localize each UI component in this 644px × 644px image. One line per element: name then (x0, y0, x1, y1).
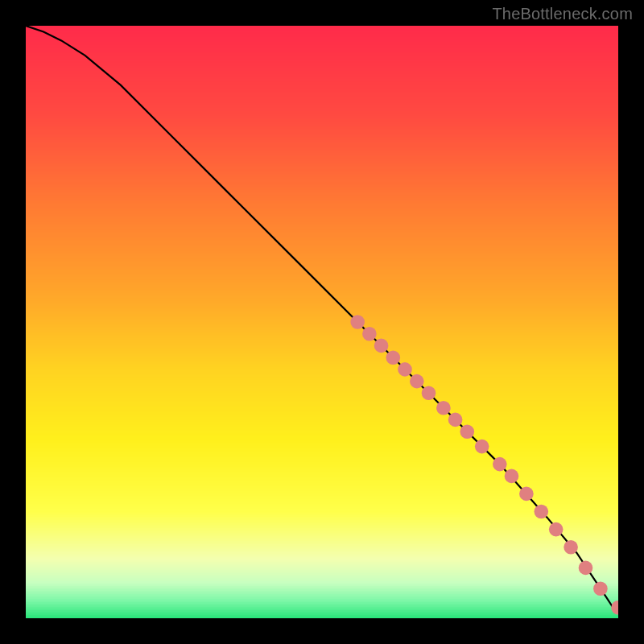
attribution-label: TheBottleneck.com (492, 5, 633, 23)
chart-stage: TheBottleneck.com (0, 0, 644, 644)
plot-area (26, 26, 618, 618)
